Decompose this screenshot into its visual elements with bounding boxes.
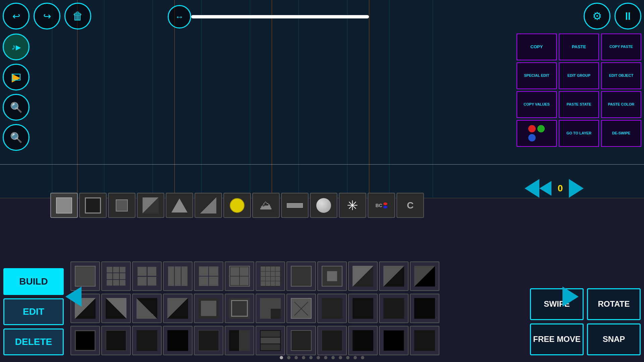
cat-tab-sphere[interactable] — [310, 193, 337, 218]
obj-item[interactable] — [256, 294, 285, 323]
play-button[interactable]: ▶ — [3, 64, 30, 90]
page-dot[interactable] — [280, 356, 283, 359]
obj-item[interactable] — [70, 326, 100, 355]
cat-tab-circle[interactable] — [223, 193, 251, 218]
page-dot[interactable] — [361, 356, 364, 359]
obj-item[interactable] — [132, 261, 162, 291]
obj-item[interactable] — [286, 261, 316, 291]
progress-track[interactable] — [191, 15, 369, 18]
paste-color-button[interactable]: PASTE COLOR — [601, 91, 641, 118]
obj-item[interactable] — [256, 326, 285, 355]
obj-item[interactable] — [194, 261, 223, 291]
obj-item[interactable] — [225, 294, 254, 323]
obj-item[interactable] — [163, 261, 193, 291]
zoom-in-button[interactable]: 🔍 — [3, 94, 30, 121]
copy-values-button[interactable]: COPY VALUES — [517, 91, 557, 118]
obj-item[interactable] — [286, 326, 316, 355]
edit-mode-button[interactable]: EDIT — [3, 298, 64, 325]
obj-item[interactable] — [194, 326, 223, 355]
cat-tab-outline[interactable] — [79, 193, 107, 218]
copy-button[interactable]: COPY — [517, 34, 557, 60]
obj-item[interactable] — [101, 261, 131, 291]
nav-right-button[interactable] — [569, 179, 584, 198]
music-button[interactable]: ♪▶ — [3, 34, 30, 60]
cat-tab-slope[interactable] — [195, 193, 222, 218]
delete-toolbar-button[interactable]: 🗑 — [64, 3, 91, 29]
cat-tab-triangle[interactable] — [166, 193, 193, 218]
zoom-out-button[interactable]: 🔍 — [3, 124, 30, 151]
page-dot[interactable] — [339, 356, 342, 359]
edit-object-button[interactable]: EDIT OBJECT — [601, 62, 641, 89]
special-edit-button[interactable]: SPECIAL EDIT — [517, 62, 557, 89]
nav-left-small-button[interactable] — [539, 181, 551, 196]
go-to-layer-button[interactable]: GO TO LAYER — [559, 120, 599, 147]
obj-item[interactable] — [225, 326, 254, 355]
page-dot[interactable] — [331, 356, 335, 359]
cat-tab-terrain[interactable]: ⛰ — [252, 193, 280, 218]
cat-tab-diagonal[interactable] — [137, 193, 164, 218]
obj-item[interactable] — [348, 326, 378, 355]
progress-arrows-button[interactable]: ↔ — [168, 5, 191, 28]
settings-button[interactable]: ⚙ — [584, 3, 610, 29]
nav-number: 0 — [557, 183, 563, 194]
cat-tab-c[interactable]: C — [396, 193, 424, 218]
pause-button[interactable]: ⏸ — [614, 3, 641, 29]
edit-group-button[interactable]: EDIT GROUP — [559, 62, 599, 89]
paste-state-button[interactable]: PASTE STATE — [559, 91, 599, 118]
paste-button[interactable]: PASTE — [559, 34, 599, 60]
de-swipe-button[interactable]: DE-SWIPE — [601, 120, 641, 147]
obj-item[interactable] — [101, 326, 131, 355]
nav-left-big-button[interactable] — [525, 179, 539, 198]
obj-item[interactable] — [379, 294, 409, 323]
obj-item[interactable] — [194, 294, 223, 323]
separator-line — [0, 164, 644, 165]
terrain-icon: ⛰ — [260, 198, 272, 213]
obj-item[interactable] — [163, 294, 193, 323]
obj-item[interactable] — [256, 261, 285, 291]
page-dot[interactable] — [309, 356, 313, 359]
color-circles-button[interactable] — [517, 120, 557, 147]
page-dot[interactable] — [317, 356, 320, 359]
delete-mode-button[interactable]: DELETE — [3, 328, 64, 355]
cat-tab-thin[interactable] — [281, 193, 309, 218]
page-dot[interactable] — [294, 356, 298, 359]
page-dot[interactable] — [346, 356, 350, 359]
snap-button[interactable]: SNAP — [587, 323, 641, 355]
page-dot[interactable] — [354, 356, 357, 359]
obj-item[interactable] — [286, 294, 316, 323]
obj-dark-gray-icon — [322, 330, 342, 351]
cat-tab-small[interactable] — [108, 193, 136, 218]
obj-item[interactable] — [410, 261, 439, 291]
page-dot[interactable] — [302, 356, 305, 359]
obj-item[interactable] — [225, 261, 254, 291]
obj-item[interactable] — [317, 294, 347, 323]
obj-item[interactable] — [132, 294, 162, 323]
obj-2col-icon — [198, 266, 219, 287]
obj-item[interactable] — [163, 326, 193, 355]
cat-tab-burst[interactable]: ✳ — [339, 193, 366, 218]
obj-item[interactable] — [317, 326, 347, 355]
undo-button[interactable]: ↩ — [3, 3, 30, 29]
obj-item[interactable] — [379, 261, 409, 291]
grid-right-button[interactable] — [562, 287, 579, 307]
cat-tab-bc[interactable]: BC — [368, 193, 395, 218]
obj-item[interactable] — [101, 294, 131, 323]
build-mode-button[interactable]: BUILD — [3, 268, 64, 295]
obj-item[interactable] — [348, 294, 378, 323]
cat-tab-solid[interactable] — [50, 193, 78, 218]
obj-item[interactable] — [379, 326, 409, 355]
grid-left-button[interactable] — [65, 287, 82, 307]
obj-item[interactable] — [410, 294, 439, 323]
obj-item[interactable] — [317, 261, 347, 291]
redo-button[interactable]: ↪ — [34, 3, 60, 29]
page-dot[interactable] — [287, 356, 290, 359]
obj-item[interactable] — [348, 261, 378, 291]
obj-item[interactable] — [410, 326, 439, 355]
page-dot[interactable] — [324, 356, 327, 359]
page-dots — [280, 356, 364, 359]
copy-paste-button[interactable]: COPY PASTE — [601, 34, 641, 60]
free-move-button[interactable]: FREE MOVE — [530, 323, 584, 355]
obj-item[interactable] — [132, 326, 162, 355]
rotate-button[interactable]: ROTATE — [587, 288, 641, 320]
category-tabs: ⛰ ✳ BC C — [50, 193, 424, 218]
